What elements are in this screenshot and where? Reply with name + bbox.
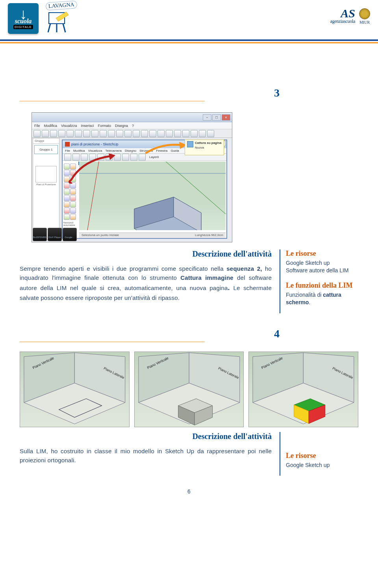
- palette-tool[interactable]: [64, 189, 70, 195]
- capture-tooltip: Cattura su pagina Nuova: [185, 140, 224, 155]
- toolbar-btn[interactable]: [33, 130, 41, 137]
- group-thumb-label: Piani di Proiezione: [33, 183, 59, 186]
- para-bold: sequenza 2,: [226, 265, 262, 272]
- menu-item[interactable]: Inserisci: [81, 124, 94, 128]
- risorse-list: Google Sketch up Software autore della L…: [286, 259, 358, 274]
- section4-paragraph: Sulla LIM, ho costruito in classe il mio…: [20, 447, 272, 465]
- toolbar-btn[interactable]: [116, 130, 123, 137]
- toolbar-btn[interactable]: [58, 130, 65, 137]
- toolbar-btn[interactable]: [191, 130, 198, 137]
- toolbar-btn[interactable]: [182, 130, 189, 137]
- tray-item[interactable]: DivX Player: [48, 228, 62, 241]
- outer-menubar: File Modifica Visualizza Inserisci Forma…: [32, 122, 232, 129]
- toolbar-btn[interactable]: [149, 130, 156, 137]
- menu-item[interactable]: File: [34, 124, 40, 128]
- section3-right-col: Le risorse Google Sketch up Software aut…: [280, 249, 358, 313]
- three-renders-row: Piano Verticale Piano Laterale Piano Ver…: [20, 352, 358, 427]
- palette-tool[interactable]: [64, 201, 70, 207]
- page-number: 6: [20, 488, 358, 495]
- status-left: Seleziona un punto iniziale: [82, 233, 119, 238]
- outer-app-window: − □ × File Modifica Visualizza Inserisci…: [32, 112, 232, 242]
- toolbar-btn[interactable]: [67, 130, 74, 137]
- digitale-text: DIGITALE: [13, 25, 33, 29]
- section3-paragraph: Sempre tenendo aperti e visibili i due p…: [20, 264, 272, 303]
- palette-tool[interactable]: [70, 189, 76, 195]
- miur-emblem-icon: [359, 8, 370, 19]
- miur-logo: MIUR: [359, 8, 370, 24]
- palette-tool[interactable]: [64, 208, 70, 214]
- toolbar-btn[interactable]: [91, 130, 98, 137]
- menu-item[interactable]: Formato: [98, 124, 111, 128]
- header-blue-divider: [0, 39, 378, 41]
- easel-icon: [46, 11, 70, 34]
- toolbar-btn[interactable]: [133, 130, 140, 137]
- menu-item[interactable]: Modifica: [44, 124, 57, 128]
- section-underline-3: [20, 101, 205, 101]
- palette-label: Nascondi automatica: [63, 221, 77, 226]
- screenshot-block: − □ × File Modifica Visualizza Inserisci…: [32, 112, 358, 242]
- palette-tool[interactable]: [70, 195, 76, 201]
- menu-item[interactable]: ?: [132, 124, 134, 128]
- palette-tool[interactable]: [64, 195, 70, 201]
- description-title: Descrizione dell'attività: [20, 249, 272, 259]
- as-small: agenziascuola: [330, 19, 355, 24]
- palette-tool[interactable]: [64, 214, 70, 220]
- svg-line-2: [48, 24, 50, 32]
- maximize-btn[interactable]: □: [212, 114, 221, 121]
- palette-tool[interactable]: [70, 201, 76, 207]
- section3-left-col: Descrizione dell'attività Sempre tenendo…: [20, 249, 272, 313]
- toolbar-btn[interactable]: [207, 130, 214, 137]
- toolbar-btn[interactable]: [75, 130, 82, 137]
- toolbar-btn[interactable]: [100, 130, 107, 137]
- menu-item[interactable]: Visualizza: [61, 124, 77, 128]
- page-body: 3 − □ × File Modifica Visualizza Inseris…: [0, 35, 378, 510]
- toolbar-btn[interactable]: [158, 130, 165, 137]
- camera-icon: [187, 141, 193, 147]
- palette-tool[interactable]: [70, 208, 76, 214]
- section3-columns: Descrizione dell'attività Sempre tenendo…: [20, 249, 358, 313]
- scuola-text: scuola: [15, 18, 32, 25]
- agenzia-scuola-logo: AS agenziascuola: [330, 8, 355, 24]
- palette-tool[interactable]: [70, 214, 76, 220]
- toolbar-btn[interactable]: [124, 130, 132, 137]
- red-annotation-arrow: [67, 152, 119, 184]
- menu-item[interactable]: Disegna: [115, 124, 128, 128]
- status-right: Lunghezza 962,0cm: [195, 233, 223, 238]
- toolbar-btn[interactable]: [108, 130, 115, 137]
- funzioni-pre: Funzionalità di: [286, 292, 323, 298]
- risorse-item: Software autore della LIM: [286, 267, 349, 274]
- render-3-color-cube: Piano Verticale Piano Laterale: [248, 352, 358, 427]
- close-btn[interactable]: ×: [222, 114, 230, 121]
- funzioni-post: .: [309, 299, 310, 305]
- section4-left-col: Descrizione dell'attività Sulla LIM, ho …: [20, 432, 272, 476]
- para-text: Sempre tenendo aperti e visibili i due p…: [20, 265, 226, 272]
- lavagna-badge: LAVAGNA: [43, 3, 75, 32]
- down-arrow-icon: ↓: [20, 8, 27, 18]
- toolbar-btn[interactable]: [199, 130, 206, 137]
- description-title-4: Descrizione dell'attività: [20, 432, 272, 441]
- group-thumb: [35, 166, 57, 182]
- toolbar-btn[interactable]: [50, 130, 57, 137]
- section-underline-4: [20, 342, 205, 342]
- scuola-box: ↓ scuola DIGITALE: [8, 3, 39, 34]
- tool-btn[interactable]: [130, 154, 137, 161]
- page-header: ↓ scuola DIGITALE LAVAGNA AS agenziascuo…: [0, 0, 378, 35]
- toolbar-btn[interactable]: [83, 130, 90, 137]
- toolbar-btn[interactable]: [166, 130, 173, 137]
- tool-btn[interactable]: [122, 154, 129, 161]
- group-item[interactable]: Gruppo 1: [34, 145, 58, 154]
- section4-columns: Descrizione dell'attività Sulla LIM, ho …: [20, 432, 358, 476]
- tray-item[interactable]: Google…: [63, 228, 77, 241]
- sketchup-icon: [65, 142, 70, 147]
- toolbar-btn[interactable]: [42, 130, 49, 137]
- tray-item[interactable]: BrdSPSNBS…: [33, 228, 47, 241]
- toolbar-btn[interactable]: [141, 130, 148, 137]
- minimize-btn[interactable]: −: [203, 114, 211, 121]
- section4-right-col: Le risorse Google Sketch up: [280, 432, 358, 476]
- taskbar-tray: BrdSPSNBS… DivX Player Google…: [33, 228, 77, 241]
- svg-line-4: [63, 24, 65, 32]
- as-big: AS: [330, 8, 355, 19]
- toolbar-btn[interactable]: [174, 130, 181, 137]
- outer-toolbar: [32, 129, 232, 138]
- menu-item[interactable]: Disegno: [125, 149, 136, 153]
